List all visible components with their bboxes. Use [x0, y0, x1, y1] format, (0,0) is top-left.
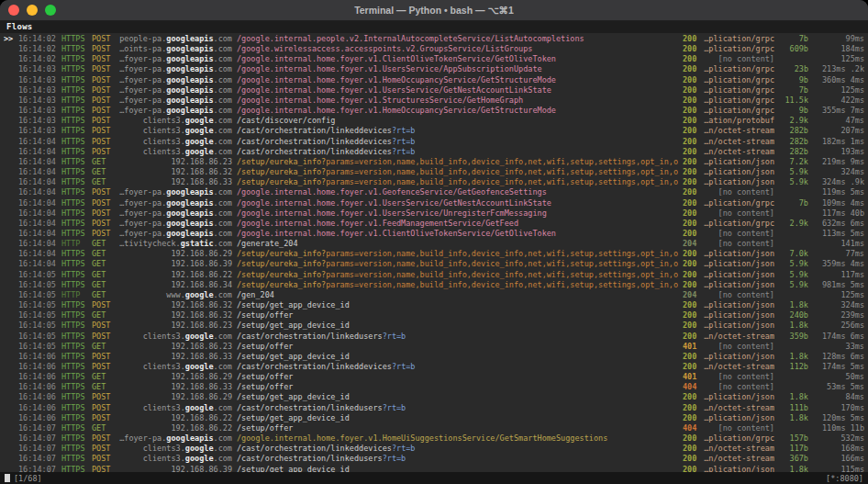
flow-time: 16:14:07	[18, 433, 57, 444]
flow-row[interactable]: 16:14:04 HTTPS POST …foyer-pa.googleapis…	[4, 219, 864, 229]
flow-status-code: 200	[683, 392, 698, 402]
flow-row[interactable]: >> 16:14:02 HTTPS POST people-pa.googlea…	[4, 34, 864, 44]
flow-row[interactable]: 16:14:06 HTTPS POST 192.168.86.22 /setup…	[4, 413, 864, 423]
flow-scheme: HTTPS	[61, 382, 87, 392]
selection-marker	[4, 382, 14, 392]
flow-status-code: 200	[683, 321, 698, 331]
flow-size	[779, 382, 808, 392]
flow-path: /cast/orchestration/linkeddevices?rt=b	[237, 137, 678, 147]
flow-size: 7b	[779, 198, 808, 208]
flow-size	[779, 372, 808, 382]
flow-method: POST	[92, 219, 114, 229]
selection-marker	[4, 413, 14, 423]
flow-time: 16:14:04	[18, 259, 57, 269]
flow-row[interactable]: 16:14:06 HTTPS POST 192.168.86.29 /setup…	[4, 392, 864, 402]
flow-row[interactable]: 16:14:05 HTTP GET www.google.com /gen_20…	[4, 290, 864, 300]
selection-marker	[4, 147, 14, 157]
flow-host: www.google.com	[118, 290, 232, 300]
flow-method: POST	[92, 362, 114, 372]
flow-list[interactable]: >> 16:14:02 HTTPS POST people-pa.googlea…	[0, 33, 868, 472]
selection-marker	[4, 64, 14, 74]
flow-row[interactable]: 16:14:05 HTTPS GET 192.168.86.34 /setup/…	[4, 280, 864, 290]
selection-marker	[4, 96, 14, 106]
flow-row[interactable]: 16:14:04 HTTPS POST clients3.google.com …	[4, 147, 864, 157]
flow-row[interactable]: 16:14:03 HTTPS POST clients3.google.com …	[4, 116, 864, 126]
selection-marker	[4, 167, 14, 177]
flow-time: 16:14:05	[18, 342, 57, 352]
flow-row[interactable]: 16:14:03 HTTPS POST …foyer-pa.googleapis…	[4, 64, 864, 74]
flow-time: 16:14:02	[18, 54, 57, 64]
flow-row[interactable]: 16:14:07 HTTPS POST 192.168.86.39 /setup…	[4, 465, 864, 472]
flow-host: clients3.google.com	[118, 403, 232, 413]
flow-row[interactable]: 16:14:02 HTTPS POST …foyer-pa.googleapis…	[4, 54, 864, 64]
flow-row[interactable]: 16:14:07 HTTPS POST clients3.google.com …	[4, 444, 864, 454]
flow-time: 16:14:07	[18, 423, 57, 433]
flow-path: /google.internal.home.foyer.v1.ClientOli…	[237, 229, 678, 239]
close-button[interactable]	[8, 5, 19, 16]
flow-row[interactable]: 16:14:07 HTTPS POST clients3.google.com …	[4, 454, 864, 464]
flow-scheme: HTTPS	[61, 64, 87, 74]
flow-row[interactable]: 16:14:03 HTTPS POST …foyer-pa.googleapis…	[4, 106, 864, 116]
flow-duration: 170ms	[813, 403, 864, 413]
flow-method: POST	[92, 321, 114, 331]
flow-row[interactable]: 16:14:04 HTTPS GET 192.168.86.23 /setup/…	[4, 157, 864, 167]
flow-row[interactable]: 16:14:06 HTTPS POST clients3.google.com …	[4, 362, 864, 372]
flow-row[interactable]: 16:14:04 HTTPS POST …foyer-pa.googleapis…	[4, 187, 864, 197]
flow-row[interactable]: 16:14:03 HTTPS POST …foyer-pa.googleapis…	[4, 85, 864, 96]
flow-row[interactable]: 16:14:04 HTTPS POST …foyer-pa.googleapis…	[4, 208, 864, 219]
title-bar[interactable]: Terminal — Python • bash — ⌥⌘1	[0, 0, 868, 21]
zoom-button[interactable]	[45, 5, 56, 16]
flow-content-type: [no content]	[703, 229, 774, 239]
flow-duration: 84ms	[813, 392, 864, 402]
flow-row[interactable]: 16:14:05 HTTPS POST 192.168.86.32 /setup…	[4, 300, 864, 310]
flow-row[interactable]: 16:14:04 HTTPS POST clients3.google.com …	[4, 137, 864, 147]
flow-row[interactable]: 16:14:07 HTTPS POST …foyer-pa.googleapis…	[4, 433, 864, 444]
flow-duration: 207ms	[813, 126, 864, 136]
flow-row[interactable]: 16:14:04 HTTPS GET 192.168.86.33 /setup/…	[4, 177, 864, 187]
flow-row[interactable]: 16:14:07 HTTPS GET 192.168.86.22 /setup/…	[4, 423, 864, 433]
flow-method: GET	[92, 382, 114, 392]
flow-row[interactable]: 16:14:04 HTTPS GET 192.168.86.29 /setup/…	[4, 249, 864, 259]
minimize-button[interactable]	[27, 5, 38, 16]
flow-host: …oints-pa.googleapis.com	[118, 44, 232, 54]
flow-row[interactable]: 16:14:04 HTTPS GET 192.168.86.32 /setup/…	[4, 167, 864, 177]
flow-row[interactable]: 16:14:05 HTTPS GET 192.168.86.22 /setup/…	[4, 270, 864, 280]
flow-row[interactable]: 16:14:05 HTTPS GET 192.168.86.23 /setup/…	[4, 342, 864, 352]
flow-row[interactable]: 16:14:05 HTTPS POST 192.168.86.23 /setup…	[4, 321, 864, 331]
flow-row[interactable]: 16:14:02 HTTPS POST …oints-pa.googleapis…	[4, 44, 864, 54]
flow-status-code: 200	[683, 403, 698, 413]
flow-row[interactable]: 16:14:03 HTTPS POST …foyer-pa.googleapis…	[4, 96, 864, 106]
flow-content-type: [no content]	[703, 290, 774, 300]
flow-row[interactable]: 16:14:03 HTTPS POST clients3.google.com …	[4, 126, 864, 136]
flow-row[interactable]: 16:14:06 HTTPS POST clients3.google.com …	[4, 403, 864, 413]
flow-time: 16:14:07	[18, 444, 57, 454]
flow-row[interactable]: 16:14:04 HTTPS GET 192.168.86.39 /setup/…	[4, 259, 864, 269]
flow-row[interactable]: 16:14:06 HTTPS GET 192.168.86.33 /setup/…	[4, 382, 864, 392]
flow-method: POST	[92, 444, 114, 454]
flow-size: 7.0k	[779, 249, 808, 259]
flow-row[interactable]: 16:14:05 HTTPS POST clients3.google.com …	[4, 332, 864, 342]
flow-status-code: 200	[683, 229, 698, 239]
flow-method: GET	[92, 167, 114, 177]
flow-duration: 120ms 5ms	[813, 413, 864, 423]
flow-host: 192.168.86.23	[118, 342, 232, 352]
flow-status-code: 200	[683, 137, 698, 147]
flow-scheme: HTTPS	[61, 44, 87, 54]
flow-row[interactable]: 16:14:04 HTTP GET …tivitycheck.gstatic.c…	[4, 239, 864, 249]
flows-tab[interactable]: Flows	[0, 21, 868, 33]
flow-row[interactable]: 16:14:03 HTTPS POST …foyer-pa.googleapis…	[4, 75, 864, 85]
flow-scheme: HTTPS	[61, 229, 87, 239]
flow-method: POST	[92, 352, 114, 362]
flow-path: /setup/eureka_info?params=version,name,b…	[237, 280, 678, 290]
flow-method: POST	[92, 332, 114, 342]
flow-row[interactable]: 16:14:04 HTTPS POST …foyer-pa.googleapis…	[4, 229, 864, 239]
flow-time: 16:14:04	[18, 137, 57, 147]
selection-marker	[4, 342, 14, 352]
flow-host: 192.168.86.23	[118, 321, 232, 331]
flow-row[interactable]: 16:14:05 HTTPS GET 192.168.86.32 /setup/…	[4, 310, 864, 321]
flow-row[interactable]: 16:14:06 HTTPS POST 192.168.86.33 /setup…	[4, 352, 864, 362]
flow-status-code: 200	[683, 249, 698, 259]
flow-row[interactable]: 16:14:04 HTTPS POST …foyer-pa.googleapis…	[4, 198, 864, 208]
flow-row[interactable]: 16:14:06 HTTPS GET 192.168.86.29 /setup/…	[4, 372, 864, 382]
flow-scheme: HTTPS	[61, 321, 87, 331]
